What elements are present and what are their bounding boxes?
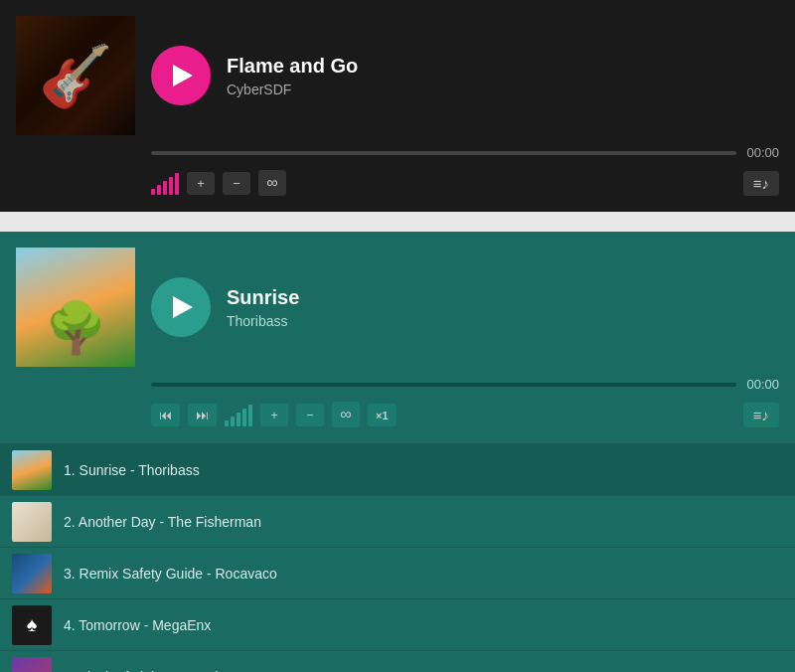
player-teal: Sunrise Thoribass 00:00 ⏮ ⏭ + − ∞ ×1 ≡♪ [0, 232, 795, 443]
player2-title: Sunrise [227, 286, 779, 309]
player2-time: 00:00 [746, 377, 779, 392]
player1-vol-down-button[interactable]: − [223, 172, 250, 195]
player1-artist: CyberSDF [227, 82, 779, 97]
vol-bar-3 [163, 181, 167, 195]
thumb-tomorrow: ♠ [12, 605, 52, 645]
vol-bar-4 [169, 177, 173, 195]
vol-bar-1 [151, 189, 155, 195]
playlist: 1. Sunrise - Thoribass 2. Another Day - … [0, 443, 795, 672]
playlist-item-5-label: 5. Flash of Light - Kymode [64, 669, 226, 673]
playlist-item-3[interactable]: 3. Remix Safety Guide - Rocavaco [0, 548, 795, 599]
player2-track-info: Sunrise Thoribass [227, 286, 779, 329]
player2-controls: ⏮ ⏭ + − ∞ ×1 ≡♪ [16, 402, 779, 427]
speed-label: ×1 [376, 410, 389, 421]
gap-between-players [0, 212, 795, 232]
player1-volume-icon [151, 171, 179, 195]
player1-controls: + − ∞ ≡♪ [16, 170, 779, 196]
playlist-item-2-label: 2. Another Day - The Fisherman [64, 514, 261, 530]
player1-vol-up-button[interactable]: + [187, 172, 215, 195]
vol-bar-t1 [225, 420, 229, 426]
play-icon-teal [173, 296, 193, 318]
player2-progress-bar[interactable] [151, 383, 736, 387]
player1-progress-bar[interactable] [151, 151, 736, 155]
player2-artist: Thoribass [227, 313, 779, 329]
vol-bar-2 [157, 185, 161, 195]
player1-album-art [16, 16, 135, 135]
sunrise-image [16, 248, 135, 367]
player2-top-row: Sunrise Thoribass [16, 248, 779, 367]
player2-next-button[interactable]: ⏭ [188, 404, 217, 426]
guitarist-image [16, 16, 135, 135]
playlist-item-5[interactable]: 5. Flash of Light - Kymode [0, 651, 795, 672]
playlist-item-1[interactable]: 1. Sunrise - Thoribass [0, 444, 795, 496]
player2-album-art [16, 248, 135, 367]
playlist-item-4-label: 4. Tomorrow - MegaEnx [64, 617, 211, 633]
thumb-flash [12, 657, 52, 673]
vol-bar-t3 [237, 413, 240, 426]
player1-time: 00:00 [746, 145, 779, 160]
thumb-another [12, 502, 52, 542]
playlist-item-1-label: 1. Sunrise - Thoribass [64, 462, 200, 478]
player2-vol-up-button[interactable]: + [260, 404, 288, 426]
vol-bar-t4 [242, 409, 246, 426]
infinity-icon-teal: ∞ [340, 406, 351, 422]
player1-queue-button[interactable]: ≡♪ [743, 171, 779, 196]
playlist-item-4[interactable]: ♠ 4. Tomorrow - MegaEnx [0, 599, 795, 651]
player2-queue-button[interactable]: ≡♪ [743, 403, 779, 427]
player1-top-row: Flame and Go CyberSDF [16, 16, 779, 135]
player-dark: Flame and Go CyberSDF 00:00 + − ∞ ≡♪ [0, 0, 795, 212]
player2-prev-button[interactable]: ⏮ [151, 404, 180, 426]
thumb-sunrise [12, 450, 52, 490]
player1-progress-row: 00:00 [16, 145, 779, 160]
vol-bar-t5 [248, 405, 252, 426]
player1-track-info: Flame and Go CyberSDF [227, 55, 779, 97]
infinity-icon: ∞ [266, 174, 277, 191]
play-icon [173, 65, 193, 86]
player2-progress-row: 00:00 [16, 377, 779, 392]
player1-loop-button[interactable]: ∞ [258, 170, 286, 196]
vol-bar-5 [175, 173, 179, 195]
player1-play-button[interactable] [151, 46, 211, 105]
player1-title: Flame and Go [227, 55, 779, 78]
player2-volume-icon [225, 403, 252, 426]
vol-bar-t2 [231, 417, 235, 426]
thumb-remix [12, 554, 52, 593]
player2-speed-button[interactable]: ×1 [368, 404, 397, 426]
player2-play-button[interactable] [151, 277, 211, 337]
player2-loop-button[interactable]: ∞ [332, 402, 360, 427]
playlist-item-3-label: 3. Remix Safety Guide - Rocavaco [64, 566, 277, 582]
player2-vol-down-button[interactable]: − [296, 404, 324, 426]
playlist-item-2[interactable]: 2. Another Day - The Fisherman [0, 496, 795, 548]
